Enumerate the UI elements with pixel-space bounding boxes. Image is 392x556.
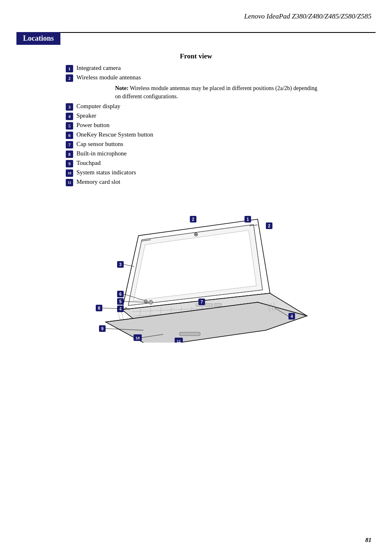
item-badge-5: 5 xyxy=(66,122,73,130)
svg-point-33 xyxy=(144,300,148,303)
svg-point-37 xyxy=(125,307,127,310)
list-item: 11 Memory card slot xyxy=(66,178,376,186)
item-label-9: Touchpad xyxy=(76,160,101,167)
laptop-svg: 2 1 2 3 6 5 4 4 xyxy=(69,195,323,343)
item-badge-9: 9 xyxy=(66,160,73,167)
svg-point-32 xyxy=(149,300,153,304)
item-badge-7: 7 xyxy=(66,141,73,148)
svg-text:2: 2 xyxy=(268,224,270,228)
list-item: 4 Speaker xyxy=(66,112,376,120)
page-header: Lenovo IdeaPad Z380/Z480/Z485/Z580/Z585 xyxy=(0,0,392,25)
item-label-5: Power button xyxy=(76,122,109,129)
svg-text:3: 3 xyxy=(119,262,122,267)
svg-text:4: 4 xyxy=(119,307,122,311)
svg-point-5 xyxy=(195,234,197,235)
svg-rect-35 xyxy=(205,303,212,306)
section-title: Locations xyxy=(16,32,60,45)
list-item: 6 OneKey Rescue System button xyxy=(66,131,376,139)
svg-line-48 xyxy=(124,264,134,266)
list-item: 8 Built-in microphone xyxy=(66,150,376,158)
svg-text:10: 10 xyxy=(136,336,140,340)
item-label-4: Speaker xyxy=(76,112,96,119)
note-label: Note: xyxy=(115,85,129,91)
item-badge-3: 3 xyxy=(66,103,73,111)
svg-text:5: 5 xyxy=(119,299,122,304)
item-badge-2: 2 xyxy=(66,74,73,82)
svg-rect-26 xyxy=(180,332,200,336)
list-item: 7 Cap sensor buttons xyxy=(66,141,376,148)
item-label-10: System status indicators xyxy=(76,169,136,176)
svg-text:9: 9 xyxy=(101,327,104,331)
svg-text:2: 2 xyxy=(192,217,194,222)
items-list: 1 Integrated camera 2 Wireless module an… xyxy=(66,65,376,186)
item-badge-8: 8 xyxy=(66,151,73,158)
svg-text:11: 11 xyxy=(177,339,181,343)
svg-text:6: 6 xyxy=(119,292,122,297)
svg-text:7: 7 xyxy=(201,300,203,304)
item-badge-10: 10 xyxy=(66,169,73,177)
item-label-11: Memory card slot xyxy=(76,178,120,185)
item-badge-11: 11 xyxy=(66,179,73,186)
list-item: 1 Integrated camera xyxy=(66,65,376,72)
svg-line-31 xyxy=(121,311,123,319)
svg-line-30 xyxy=(118,312,120,320)
svg-rect-36 xyxy=(214,303,221,306)
laptop-diagram: 2 1 2 3 6 5 4 4 xyxy=(69,195,323,343)
item-label-2: Wireless module antennas xyxy=(76,74,141,81)
item-badge-6: 6 xyxy=(66,132,73,139)
note-block: Note: Wireless module antennas may be pl… xyxy=(115,84,321,100)
subsection-title: Front view xyxy=(16,52,376,60)
svg-text:1: 1 xyxy=(247,217,249,222)
item-label-1: Integrated camera xyxy=(76,65,121,72)
item-label-3: Computer display xyxy=(76,103,120,110)
item-badge-4: 4 xyxy=(66,113,73,120)
svg-text:8: 8 xyxy=(98,306,100,310)
item-label-7: Cap sensor buttons xyxy=(76,141,123,148)
list-item: 10 System status indicators xyxy=(66,169,376,177)
list-item: 3 Computer display xyxy=(66,103,376,111)
list-item: 5 Power button xyxy=(66,122,376,130)
item-badge-1: 1 xyxy=(66,65,73,72)
page-number: 81 xyxy=(365,537,371,544)
list-item: 2 Wireless module antennas xyxy=(66,74,376,82)
item-label-6: OneKey Rescue System button xyxy=(76,131,153,138)
note-text: Wireless module antennas may be placed i… xyxy=(115,85,317,100)
list-item: 9 Touchpad xyxy=(66,160,376,167)
svg-text:4: 4 xyxy=(291,314,293,319)
item-label-8: Built-in microphone xyxy=(76,150,127,157)
